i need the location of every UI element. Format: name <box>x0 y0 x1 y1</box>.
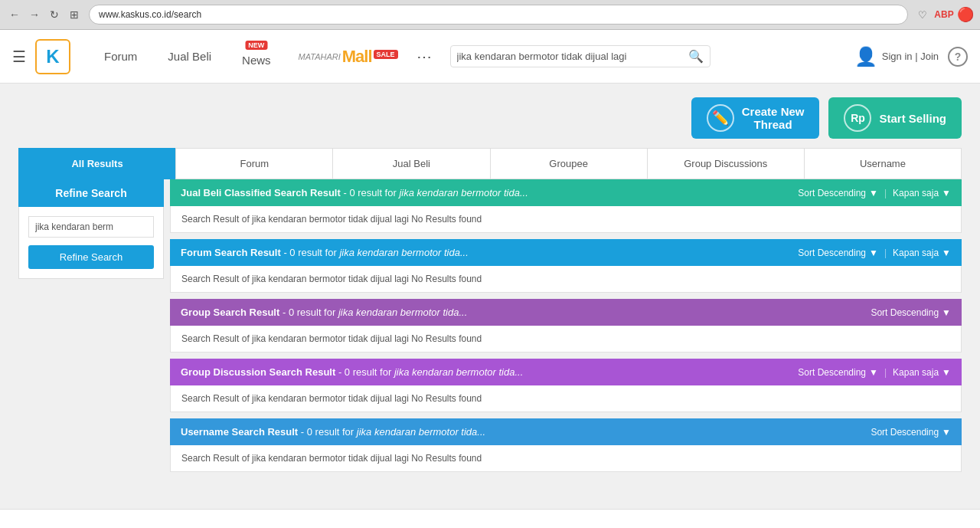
jual-beli-kapan-dropdown[interactable]: Kapan saja ▼ <box>893 188 951 198</box>
group-count-text: - 0 result for <box>283 307 335 318</box>
username-result-body: Search Result of jika kendaran bermotor … <box>170 445 962 472</box>
tab-username[interactable]: Username <box>804 148 962 179</box>
tab-jual-beli[interactable]: Jual Beli <box>332 148 489 179</box>
group-discussion-kapan-dropdown[interactable]: Kapan saja ▼ <box>893 367 951 378</box>
group-discussion-sort-dropdown[interactable]: Sort Descending ▼ <box>798 367 878 378</box>
nav-links: Forum Jual Beli NEW News <box>89 30 286 84</box>
browser-chrome: ← → ↻ ⊞ ♡ ABP 🔴 <box>0 0 980 30</box>
group-query-text: jika kendaran bermotor tida... <box>338 307 467 318</box>
rp-icon: Rp <box>844 104 871 132</box>
address-bar[interactable] <box>89 5 908 25</box>
refine-header: Refine Search <box>18 179 164 207</box>
username-sort-area: Sort Descending ▼ <box>871 427 951 438</box>
forum-query-text: jika kendaran bermotor tida... <box>339 247 468 258</box>
nav-forum[interactable]: Forum <box>89 30 152 84</box>
mall-sale-badge: SALE <box>374 50 398 59</box>
jual-beli-query-text: jika kendaran bermotor tida... <box>399 187 528 198</box>
jual-beli-result-title: Jual Beli Classified Search Result - 0 r… <box>181 187 528 198</box>
apps-button[interactable]: ⊞ <box>66 6 83 23</box>
search-button[interactable]: 🔍 <box>688 49 704 64</box>
pencil-icon: ✏️ <box>707 104 734 132</box>
username-sort-dropdown[interactable]: Sort Descending ▼ <box>871 427 951 438</box>
group-discussion-title-area: Group Discussion Search Result - 0 resul… <box>181 366 523 378</box>
refine-button[interactable]: Refine Search <box>28 245 154 269</box>
jual-beli-result-section: Jual Beli Classified Search Result - 0 r… <box>170 179 962 233</box>
jual-beli-result-header: Jual Beli Classified Search Result - 0 r… <box>170 179 962 206</box>
mall-logo[interactable]: MATAHARI Mall SALE <box>299 47 398 67</box>
group-title-text: Group Search Result <box>181 307 279 318</box>
forum-title-text: Forum Search Result <box>181 247 281 258</box>
group-discussion-sort-area: Sort Descending ▼ | Kapan saja ▼ <box>798 367 951 378</box>
group-sort-area: Sort Descending ▼ <box>871 307 951 318</box>
forum-result-title-area: Forum Search Result - 0 result for jika … <box>181 247 469 258</box>
sign-in-button[interactable]: 👤 Sign in | Join <box>854 46 939 67</box>
help-icon: ? <box>955 51 962 63</box>
logo-box[interactable]: K <box>35 39 70 74</box>
group-result-header: Group Search Result - 0 result for jika … <box>170 299 962 326</box>
sign-in-label: Sign in | Join <box>882 51 939 62</box>
jual-beli-sort-area: Sort Descending ▼ | Kapan saja ▼ <box>798 188 951 198</box>
help-button[interactable]: ? <box>948 47 968 67</box>
refine-input[interactable] <box>28 216 154 238</box>
browser-nav: ← → ↻ ⊞ <box>6 6 83 23</box>
tab-forum[interactable]: Forum <box>175 148 332 179</box>
group-result-title-area: Group Search Result - 0 result for jika … <box>181 307 467 318</box>
hamburger-button[interactable]: ☰ <box>12 48 26 66</box>
forum-result-header: Forum Search Result - 0 result for jika … <box>170 239 962 266</box>
nav-jual-beli[interactable]: Jual Beli <box>152 30 227 84</box>
nav-right: 👤 Sign in | Join ? <box>854 46 968 67</box>
username-result-header: Username Search Result - 0 result for ji… <box>170 418 962 445</box>
create-thread-button[interactable]: ✏️ Create New Thread <box>691 97 820 139</box>
sidebar: Refine Search Refine Search <box>18 179 164 478</box>
group-sort-dropdown[interactable]: Sort Descending ▼ <box>871 307 951 318</box>
results-area: Jual Beli Classified Search Result - 0 r… <box>170 179 962 478</box>
forum-result-body: Search Result of jika kendaran bermotor … <box>170 266 962 293</box>
username-title-area: Username Search Result - 0 result for ji… <box>181 426 485 438</box>
adblock-icon[interactable]: ABP <box>936 6 952 23</box>
jual-beli-sort-dropdown[interactable]: Sort Descending ▼ <box>798 188 878 198</box>
jual-beli-title-text: Jual Beli Classified Search Result <box>181 187 341 198</box>
username-result-section: Username Search Result - 0 result for ji… <box>170 418 962 472</box>
content-row: Refine Search Refine Search Jual Beli Cl… <box>18 179 962 478</box>
back-button[interactable]: ← <box>6 6 23 23</box>
sidebar-body: Refine Search <box>18 207 164 279</box>
search-input[interactable] <box>457 51 688 62</box>
group-discussion-result-header: Group Discussion Search Result - 0 resul… <box>170 359 962 385</box>
group-discussion-title-text: Group Discussion Search Result <box>181 366 335 378</box>
reload-button[interactable]: ↻ <box>46 6 63 23</box>
group-discussion-count-text: - 0 result for <box>338 366 391 378</box>
bookmark-icon[interactable]: ♡ <box>914 6 931 23</box>
mall-prefix: MATAHARI <box>299 52 341 61</box>
footer: Navigation Home Company Info Help Center… <box>0 509 980 528</box>
user-icon: 👤 <box>854 46 877 67</box>
create-thread-label: Create New Thread <box>742 105 805 131</box>
forum-count-text: - 0 result for <box>283 247 336 258</box>
nav-news-text: News <box>242 54 271 67</box>
forward-button[interactable]: → <box>26 6 43 23</box>
forum-sort-dropdown[interactable]: Sort Descending ▼ <box>798 248 878 258</box>
jual-beli-count-text: - 0 result for <box>343 187 396 198</box>
new-badge: NEW <box>245 41 267 50</box>
group-discussion-result-body: Search Result of jika kendaran bermotor … <box>170 385 962 412</box>
start-selling-button[interactable]: Rp Start Selling <box>828 97 962 139</box>
page-wrapper: ☰ K Forum Jual Beli NEW News MATAHARI Ma… <box>0 30 980 528</box>
main-content: All Results Forum Jual Beli Groupee Grou… <box>0 148 980 497</box>
mall-text: Mall <box>342 47 372 67</box>
forum-kapan-dropdown[interactable]: Kapan saja ▼ <box>893 248 951 258</box>
action-row: ✏️ Create New Thread Rp Start Selling <box>0 84 980 148</box>
tabs-row: All Results Forum Jual Beli Groupee Grou… <box>18 148 962 179</box>
forum-result-section: Forum Search Result - 0 result for jika … <box>170 239 962 293</box>
extension-icon[interactable]: 🔴 <box>957 6 974 23</box>
tab-groupee[interactable]: Groupee <box>490 148 647 179</box>
tab-all-results[interactable]: All Results <box>18 148 175 179</box>
search-box: 🔍 <box>450 45 710 67</box>
browser-icons: ♡ ABP 🔴 <box>914 6 974 23</box>
tab-group-discussions[interactable]: Group Discussions <box>647 148 804 179</box>
nav-news[interactable]: NEW News <box>227 30 286 84</box>
nav-more-button[interactable]: ⋯ <box>416 48 432 66</box>
group-result-body: Search Result of jika kendaran bermotor … <box>170 326 962 353</box>
navbar: ☰ K Forum Jual Beli NEW News MATAHARI Ma… <box>0 30 980 84</box>
group-discussion-query-text: jika kendaran bermotor tida... <box>394 366 523 378</box>
logo-letter: K <box>46 46 59 67</box>
start-selling-label: Start Selling <box>879 112 946 125</box>
